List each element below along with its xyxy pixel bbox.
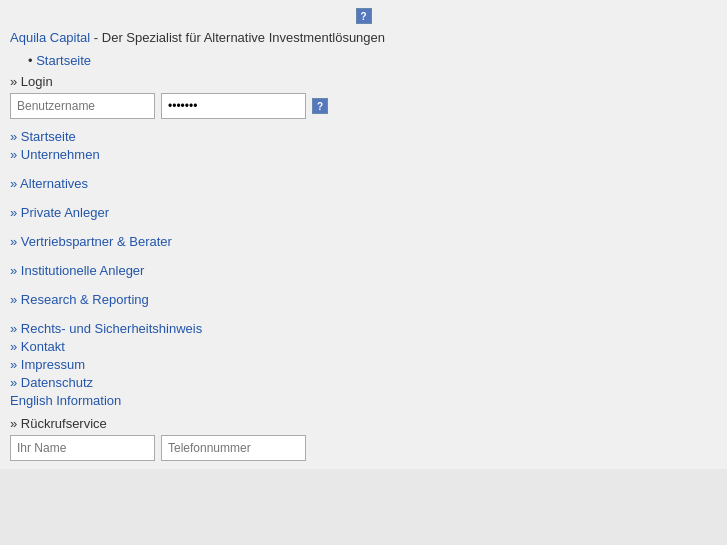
nav-row-research: » Research & Reporting <box>10 292 717 307</box>
callback-inputs <box>10 435 717 461</box>
nav-row-rechts: » Rechts- und Sicherheitshinweis <box>10 321 717 336</box>
login-label: » Login <box>10 74 717 89</box>
nav-row-unternehmen: » Unternehmen <box>10 147 717 162</box>
brand-link[interactable]: Aquila Capital <box>10 30 90 45</box>
nav-row-impressum: » Impressum <box>10 357 717 372</box>
logo-help-icon[interactable]: ? <box>356 8 372 24</box>
nav-link-rechts[interactable]: » Rechts- und Sicherheitshinweis <box>10 321 202 336</box>
nav-link-unternehmen[interactable]: » Unternehmen <box>10 147 100 162</box>
tagline-rest: - Der Spezialist für Alternative Investm… <box>90 30 385 45</box>
login-help-icon[interactable]: ? <box>312 98 328 114</box>
nav-link-english[interactable]: English Information <box>10 393 717 408</box>
nav-row-kontakt: » Kontakt <box>10 339 717 354</box>
nav-row-startseite: » Startseite <box>10 129 717 144</box>
nav-row-english: English Information <box>10 393 717 408</box>
nav-link-kontakt[interactable]: » Kontakt <box>10 339 65 354</box>
main-nav: » Startseite » Unternehmen » Alternative… <box>10 129 717 307</box>
nav-row-institutionelle: » Institutionelle Anleger <box>10 263 717 278</box>
page-wrapper: ? Aquila Capital - Der Spezialist für Al… <box>0 0 727 469</box>
footer-nav: » Rechts- und Sicherheitshinweis » Konta… <box>10 321 717 408</box>
nav-row-private: » Private Anleger <box>10 205 717 220</box>
nav-link-institutionelle[interactable]: » Institutionelle Anleger <box>10 263 144 278</box>
callback-phone-input[interactable] <box>161 435 306 461</box>
callback-section: » Rückrufservice <box>10 416 717 461</box>
login-area: ? <box>10 93 717 119</box>
nav-bullet-startseite: Startseite <box>28 53 717 68</box>
nav-link-vertrieb[interactable]: » Vertriebspartner & Berater <box>10 234 172 249</box>
nav-link-impressum[interactable]: » Impressum <box>10 357 85 372</box>
tagline: Aquila Capital - Der Spezialist für Alte… <box>10 30 717 45</box>
logo-area: ? <box>10 8 717 24</box>
nav-link-startseite[interactable]: » Startseite <box>10 129 76 144</box>
nav-link-research[interactable]: » Research & Reporting <box>10 292 149 307</box>
password-input[interactable] <box>161 93 306 119</box>
nav-link-private[interactable]: » Private Anleger <box>10 205 109 220</box>
nav-row-datenschutz: » Datenschutz <box>10 375 717 390</box>
nav-row-vertrieb: » Vertriebspartner & Berater <box>10 234 717 249</box>
nav-link-datenschutz[interactable]: » Datenschutz <box>10 375 93 390</box>
nav-row-alternatives: » Alternatives <box>10 176 717 191</box>
nav-link-alternatives[interactable]: » Alternatives <box>10 176 88 191</box>
nav-bullet-startseite-link[interactable]: Startseite <box>36 53 91 68</box>
callback-label: » Rückrufservice <box>10 416 717 431</box>
username-input[interactable] <box>10 93 155 119</box>
callback-name-input[interactable] <box>10 435 155 461</box>
